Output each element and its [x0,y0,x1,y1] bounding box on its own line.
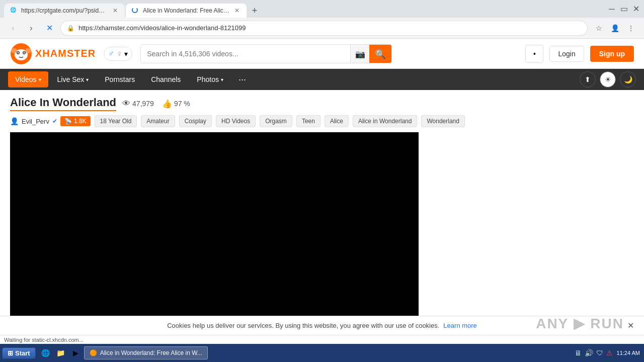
cookie-text: Cookies help us deliver our services. By… [167,322,439,329]
cookie-bar: Cookies help us deliver our services. By… [0,316,644,335]
nav-item-photos[interactable]: Photos ▾ [190,71,230,87]
browser-tab-2[interactable]: Alice in Wonderland: Free Alice in W... … [126,4,247,18]
tag-alice-in-wonderland[interactable]: Alice in Wonderland [353,115,418,127]
taskbar-right: 🖥 🔊 🛡 ⚠ 11:24 AM [575,349,642,357]
nav-chevron-photos: ▾ [221,77,223,82]
tab-close-1[interactable]: ✕ [112,6,119,15]
tab-close-2[interactable]: ✕ [233,6,240,15]
tag-18-year-old[interactable]: 18 Year Old [95,115,137,127]
taskbar-ie-icon[interactable]: 🌐 [39,346,53,360]
video-player[interactable] [10,132,419,316]
theme-dark-button[interactable]: 🌙 [620,71,636,87]
author-person-icon: 👤 [10,117,19,125]
system-tray: 🖥 🔊 🛡 ⚠ [575,349,613,357]
video-title: Alice In Wonderland [10,96,116,111]
nav-chevron-livesex: ▾ [86,77,89,82]
male-icon: ♂ [108,49,114,58]
thumbs-up-icon: 👍 [162,99,172,109]
login-button[interactable]: Login [549,46,584,62]
search-submit-button[interactable]: 🔍 [369,45,391,63]
network-tray-icon[interactable]: 🖥 [575,349,582,357]
female-icon: ♀ [116,49,122,58]
browser-toolbar: ‹ › ✕ 🔒 https://xhamster.com/videos/alic… [0,18,644,39]
author-name[interactable]: Evil_Perv [22,118,49,125]
maximize-button[interactable]: ▭ [620,5,628,13]
start-label: Start [15,349,30,357]
reload-button[interactable]: ✕ [42,21,56,35]
forward-button[interactable]: › [24,21,38,35]
subscribe-button[interactable]: 📡 1.8K [60,116,91,126]
toolbar-actions: ☆ 👤 ⋮ [592,21,638,35]
browser-tab-1[interactable]: 🌐 https://crptgate.com/pu/?psid=ed... ✕ [4,4,125,18]
view-count-value: 47,979 [132,100,154,108]
site-nav: Videos ▾ Live Sex ▾ Pornstars Channels P… [0,69,644,90]
tag-orgasm[interactable]: Orgasm [260,115,292,127]
tab-title-1: https://crptgate.com/pu/?psid=ed... [21,7,108,14]
website-content: XHAMSTER ♂ ♀ ▾ 📷 🔍 • Login Sign up Video… [0,39,644,344]
nav-more-button[interactable]: ··· [233,70,251,89]
signup-button[interactable]: Sign up [590,46,634,62]
nav-label-livesex: Live Sex [57,75,85,83]
cookie-close-button[interactable]: ✕ [627,321,634,330]
address-url: https://xhamster.com/videos/alice-in-won… [78,24,581,32]
rating-value: 97 % [174,100,190,108]
security-tray-icon[interactable]: 🛡 [596,349,603,357]
tag-cosplay[interactable]: Cosplay [179,115,212,127]
profile-button[interactable]: 👤 [608,21,622,35]
header-right: • Login Sign up [525,45,634,63]
upload-button[interactable]: ⬆ [580,71,596,87]
volume-tray-icon[interactable]: 🔊 [585,349,593,357]
site-logo[interactable]: XHAMSTER [10,43,96,65]
nav-right: ⬆ ☀ 🌙 [580,71,636,87]
nav-item-pornstars[interactable]: Pornstars [98,71,142,87]
learn-more-link[interactable]: Learn more [443,322,476,329]
nav-chevron-videos: ▾ [39,77,41,82]
search-bar: 📷 🔍 [140,44,392,63]
new-tab-button[interactable]: + [248,4,262,18]
sub-count: 1.8K [74,118,87,125]
close-button[interactable]: ✕ [632,5,640,13]
tag-alice[interactable]: Alice [325,115,349,127]
nav-label-channels: Channels [151,75,181,83]
nav-item-videos[interactable]: Videos ▾ [8,71,48,87]
alert-tray-icon[interactable]: ⚠ [606,349,613,357]
tab-favicon-1: 🌐 [10,7,17,14]
security-icon: 🔒 [67,25,74,32]
camera-search-button[interactable]: 📷 [350,45,369,63]
browser-tabs: 🌐 https://crptgate.com/pu/?psid=ed... ✕ … [4,0,262,18]
browser-title-bar: 🌐 https://crptgate.com/pu/?psid=ed... ✕ … [0,0,644,18]
gender-chevron-icon: ▾ [124,50,128,58]
nav-item-livesex[interactable]: Live Sex ▾ [50,71,96,87]
header-extra-button[interactable]: • [525,45,543,63]
rss-icon: 📡 [64,118,72,125]
tab-title-2: Alice in Wonderland: Free Alice in W... [143,7,229,14]
taskbar-browser-button[interactable]: 🟠 Alice in Wonderland: Free Alice in W..… [84,346,208,359]
menu-button[interactable]: ⋮ [624,21,638,35]
system-clock[interactable]: 11:24 AM [617,350,640,356]
taskbar-folder-icon[interactable]: 📁 [54,346,68,360]
svg-point-5 [24,52,25,53]
tag-hd-videos[interactable]: HD Videos [216,115,256,127]
svg-point-6 [11,48,17,53]
status-text: Waiting for static-cl.xhcdn.com... [4,337,84,343]
svg-point-4 [18,52,19,53]
start-button[interactable]: ⊞ Start [2,347,36,359]
tag-amateur[interactable]: Amateur [141,115,175,127]
windows-icon: ⊞ [8,349,13,357]
taskbar-media-icon[interactable]: ▶ [69,346,83,360]
taskbar-browser-icon: 🟠 [90,349,97,356]
minimize-button[interactable]: ─ [608,5,616,13]
video-tags-row: 👤 Evil_Perv ✔ 📡 1.8K 18 Year Old Amateur… [10,115,634,127]
back-button[interactable]: ‹ [6,21,20,35]
theme-light-button[interactable]: ☀ [600,71,616,87]
tag-wonderland[interactable]: Wonderland [421,115,465,127]
address-bar[interactable]: 🔒 https://xhamster.com/videos/alice-in-w… [60,21,588,36]
bookmark-button[interactable]: ☆ [592,21,606,35]
nav-label-photos: Photos [197,75,219,83]
tag-teen[interactable]: Teen [296,115,320,127]
eye-icon: 👁 [122,99,130,108]
nav-item-channels[interactable]: Channels [144,71,188,87]
tab-favicon-2 [132,7,139,14]
search-input[interactable] [141,45,350,63]
gender-selector[interactable]: ♂ ♀ ▾ [104,47,132,61]
